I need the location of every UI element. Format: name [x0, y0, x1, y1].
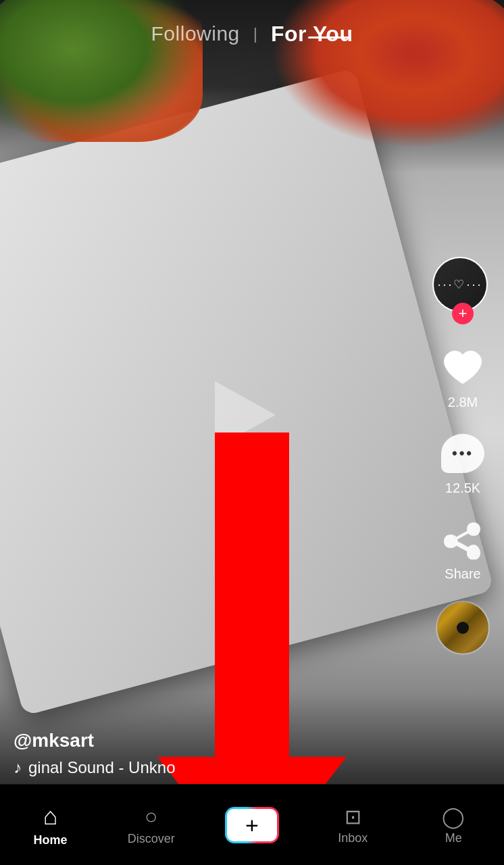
arrow-shaft — [215, 432, 289, 757]
inbox-label: Inbox — [338, 831, 368, 845]
disc-inner — [437, 602, 488, 653]
music-note-icon: ♪ — [14, 758, 22, 777]
likes-count: 2.8M — [448, 395, 478, 410]
red-arrow — [215, 432, 289, 757]
nav-me[interactable]: ◯ Me — [420, 805, 487, 845]
top-nav: Following | For You — [0, 0, 504, 68]
comment-bubble: ••• — [441, 434, 484, 473]
comments-count: 12.5K — [445, 480, 480, 496]
comment-button[interactable]: ••• 12.5K — [438, 429, 487, 496]
heart-icon — [441, 347, 484, 388]
search-icon: ○ — [145, 804, 157, 829]
avatar-heart-dots: ···♡··· — [437, 277, 482, 292]
discover-label: Discover — [128, 832, 175, 846]
like-button[interactable]: 2.8M — [438, 343, 487, 410]
music-info[interactable]: ♪ ginal Sound - Unkno — [14, 758, 175, 777]
for-you-tab[interactable]: For You — [271, 22, 353, 46]
active-tab-underline — [308, 36, 349, 39]
bottom-nav: ⌂ Home ○ Discover + ⊡ Inbox ◯ Me — [0, 784, 504, 865]
share-label: Share — [445, 566, 480, 582]
profile-icon: ◯ — [442, 805, 465, 829]
music-disc[interactable] — [436, 601, 490, 655]
home-icon: ⌂ — [43, 802, 58, 831]
nav-inbox[interactable]: ⊡ Inbox — [319, 805, 386, 845]
share-icon — [443, 519, 483, 560]
disc-center — [457, 622, 469, 634]
avatar-container[interactable]: ···♡··· + — [432, 257, 493, 324]
me-label: Me — [445, 831, 462, 845]
follow-button[interactable]: + — [452, 303, 474, 324]
inbox-icon: ⊡ — [345, 805, 361, 829]
nav-home[interactable]: ⌂ Home — [17, 802, 84, 847]
nav-create[interactable]: + — [218, 807, 286, 843]
username[interactable]: @mksart — [14, 730, 175, 751]
comment-dots: ••• — [452, 445, 474, 462]
share-icon-wrap — [438, 515, 487, 564]
nav-discover[interactable]: ○ Discover — [118, 804, 185, 846]
comment-icon-wrap: ••• — [438, 429, 487, 478]
right-actions: ···♡··· + 2.8M ••• 12.5K Share — [432, 257, 493, 655]
music-text: ginal Sound - Unkno — [28, 758, 175, 777]
nav-divider: | — [253, 24, 257, 43]
bottom-info: @mksart ♪ ginal Sound - Unkno — [14, 730, 175, 777]
following-tab[interactable]: Following — [151, 22, 240, 45]
share-button[interactable]: Share — [438, 515, 487, 582]
home-label: Home — [34, 833, 68, 847]
create-plus-icon: + — [245, 814, 259, 837]
heart-icon-wrap — [438, 343, 487, 392]
create-button[interactable]: + — [225, 807, 279, 843]
